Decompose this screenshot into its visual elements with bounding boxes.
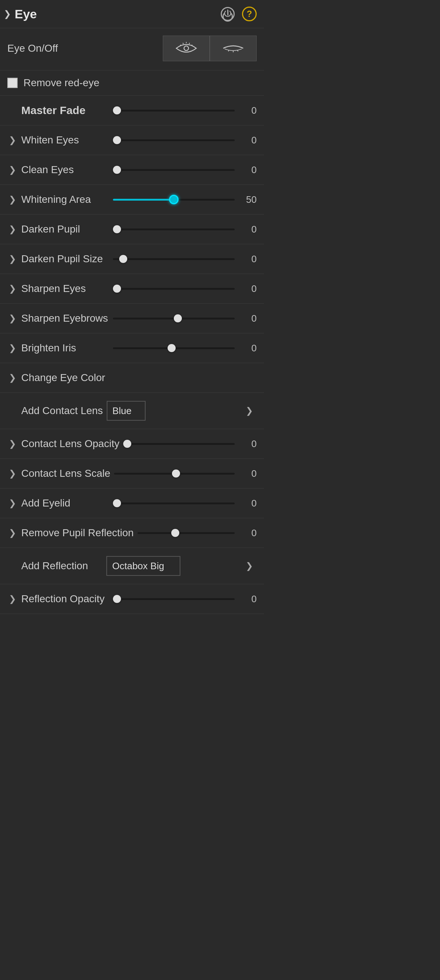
contact-lens-scale-value: 0 (238, 468, 257, 479)
divider (0, 584, 264, 584)
expand-icon-darken-pupil[interactable]: ❯ (7, 224, 17, 234)
reflection-opacity-label: Reflection Opacity (21, 593, 109, 605)
contact-lens-scale-slider[interactable] (114, 470, 235, 477)
divider (0, 333, 264, 333)
whiten-eyes-slider[interactable] (113, 137, 235, 144)
slider-row-clean-eyes: ❯ Clean Eyes 0 (0, 157, 264, 183)
divider (0, 185, 264, 185)
slider-row-master-fade: Master Fade 0 (0, 97, 264, 124)
remove-red-eye-row: Remove red-eye (0, 72, 264, 94)
eye-toggle-buttons (163, 36, 257, 61)
expand-icon-change-eye-color[interactable]: ❯ (7, 372, 17, 383)
expand-icon-contact-lens-opacity[interactable]: ❯ (7, 439, 17, 449)
divider (0, 303, 264, 304)
add-eyelid-value: 0 (238, 498, 257, 509)
whitening-area-label: Whitening Area (21, 194, 109, 205)
divider (0, 155, 264, 155)
expand-icon-whitening-area[interactable]: ❯ (7, 194, 17, 205)
expand-icon-contact-lens-scale[interactable]: ❯ (7, 468, 17, 479)
panel-title: Eye (15, 7, 37, 21)
add-eyelid-slider[interactable] (113, 500, 235, 507)
slider-row-sharpen-eyebrows: ❯ Sharpen Eyebrows 0 (0, 305, 264, 332)
contact-lens-opacity-value: 0 (238, 438, 257, 450)
contact-lens-scale-label: Contact Lens Scale (21, 468, 110, 479)
divider (0, 244, 264, 244)
contact-lens-opacity-slider[interactable] (123, 440, 235, 447)
divider (0, 547, 264, 548)
whitening-area-slider[interactable] (113, 196, 235, 203)
header-icons: ? (221, 6, 257, 21)
eye-open-button[interactable] (163, 36, 210, 61)
darken-pupil-value: 0 (238, 224, 257, 235)
change-eye-color-label: Change Eye Color (21, 372, 109, 383)
expand-icon-add-eyelid[interactable]: ❯ (7, 498, 17, 508)
whitening-area-value: 50 (238, 194, 257, 205)
reflection-dropdown-wrapper: Octabox Big Octabox Small Ring Light Sof… (106, 556, 257, 576)
expand-icon-sharpen-eyebrows[interactable]: ❯ (7, 313, 17, 323)
darken-pupil-size-value: 0 (238, 253, 257, 265)
divider (0, 488, 264, 488)
brighten-iris-label: Brighten Iris (21, 342, 109, 354)
whiten-eyes-label: Whiten Eyes (21, 134, 109, 146)
sharpen-eyes-value: 0 (238, 283, 257, 294)
sharpen-eyebrows-slider[interactable] (113, 315, 235, 322)
divider (0, 125, 264, 126)
remove-red-eye-label: Remove red-eye (24, 77, 99, 89)
remove-pupil-reflection-label: Remove Pupil Reflection (21, 527, 134, 539)
add-reflection-row: Add Reflection Octabox Big Octabox Small… (0, 549, 264, 582)
reflection-dropdown[interactable]: Octabox Big Octabox Small Ring Light Sof… (106, 556, 180, 576)
darken-pupil-slider[interactable] (113, 226, 235, 233)
contact-lens-dropdown[interactable]: Blue Green Brown Gray Hazel Violet (107, 401, 146, 421)
header-left: ❯ Eye (4, 7, 37, 21)
help-button[interactable]: ? (242, 6, 257, 21)
clean-eyes-value: 0 (238, 164, 257, 176)
remove-pupil-reflection-value: 0 (238, 527, 257, 539)
divider (0, 614, 264, 614)
change-eye-color-row: ❯ Change Eye Color (0, 364, 264, 391)
divider (0, 518, 264, 518)
divider (0, 393, 264, 393)
reflection-opacity-value: 0 (238, 593, 257, 605)
svg-line-4 (189, 43, 190, 44)
brighten-iris-value: 0 (238, 342, 257, 354)
expand-icon-remove-pupil-reflection[interactable]: ❯ (7, 528, 17, 538)
slider-row-whiten-eyes: ❯ Whiten Eyes 0 (0, 127, 264, 153)
expand-icon-clean-eyes[interactable]: ❯ (7, 165, 17, 175)
sharpen-eyebrows-value: 0 (238, 313, 257, 324)
slider-row-sharpen-eyes: ❯ Sharpen Eyes 0 (0, 275, 264, 302)
expand-icon-sharpen-eyes[interactable]: ❯ (7, 283, 17, 294)
remove-red-eye-checkbox[interactable] (7, 78, 17, 88)
expand-icon-brighten-iris[interactable]: ❯ (7, 343, 17, 353)
add-contact-lens-label: Add Contact Lens (7, 405, 103, 417)
slider-row-contact-lens-opacity: ❯ Contact Lens Opacity 0 (0, 431, 264, 457)
sharpen-eyes-slider[interactable] (113, 285, 235, 292)
remove-pupil-reflection-slider[interactable] (138, 529, 235, 536)
slider-row-contact-lens-scale: ❯ Contact Lens Scale 0 (0, 460, 264, 487)
add-reflection-label: Add Reflection (7, 560, 103, 572)
expand-icon-reflection-opacity[interactable]: ❯ (7, 594, 17, 604)
eye-closed-button[interactable] (210, 36, 257, 61)
slider-row-remove-pupil-reflection: ❯ Remove Pupil Reflection 0 (0, 520, 264, 546)
sharpen-eyebrows-label: Sharpen Eyebrows (21, 312, 109, 324)
contact-lens-opacity-label: Contact Lens Opacity (21, 438, 119, 450)
master-fade-slider[interactable] (113, 107, 235, 114)
power-button[interactable] (221, 7, 235, 21)
eye-toggle-row: Eye On/Off (0, 28, 264, 68)
expand-icon-darken-pupil-size[interactable]: ❯ (7, 254, 17, 264)
reflection-opacity-slider[interactable] (113, 595, 235, 603)
darken-pupil-label: Darken Pupil (21, 223, 109, 235)
svg-line-3 (183, 43, 184, 44)
brighten-iris-slider[interactable] (113, 344, 235, 352)
clean-eyes-slider[interactable] (113, 166, 235, 173)
slider-row-add-eyelid: ❯ Add Eyelid 0 (0, 490, 264, 516)
whiten-eyes-value: 0 (238, 135, 257, 146)
expand-icon-whiten-eyes[interactable]: ❯ (7, 135, 17, 145)
collapse-icon[interactable]: ❯ (4, 9, 11, 19)
eye-toggle-label: Eye On/Off (7, 43, 58, 54)
divider (0, 214, 264, 215)
add-eyelid-label: Add Eyelid (21, 497, 109, 509)
slider-row-darken-pupil: ❯ Darken Pupil 0 (0, 216, 264, 242)
slider-row-whitening-area: ❯ Whitening Area 50 (0, 186, 264, 213)
sharpen-eyes-label: Sharpen Eyes (21, 283, 109, 294)
darken-pupil-size-slider[interactable] (113, 255, 235, 262)
